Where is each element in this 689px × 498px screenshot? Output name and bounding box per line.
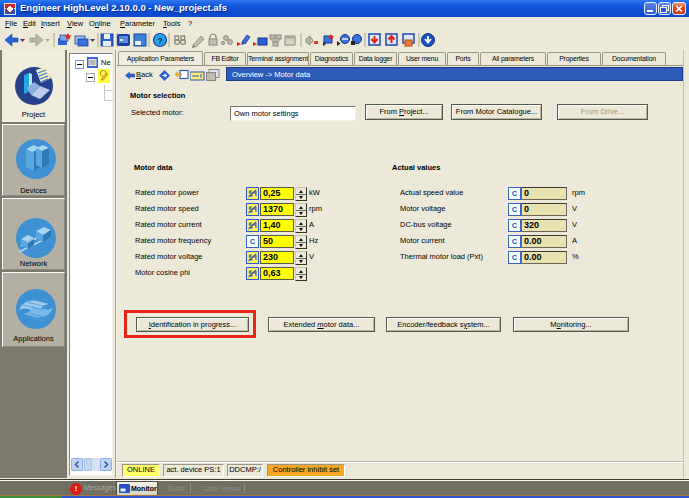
svg-text:?: ? [157, 36, 163, 46]
